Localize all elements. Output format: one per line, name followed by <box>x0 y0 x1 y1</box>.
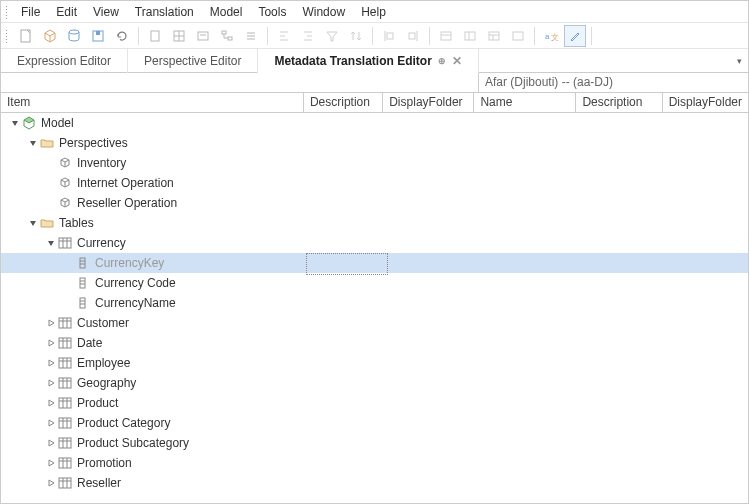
tab-metadata-translation-editor[interactable]: Metadata Translation Editor⊕✕ <box>258 49 478 73</box>
toolbar: a文 <box>1 23 748 49</box>
tree-label: Product <box>77 396 118 410</box>
svg-rect-24 <box>409 33 415 39</box>
table-icon <box>57 355 73 371</box>
menu-help[interactable]: Help <box>353 3 394 21</box>
tree-label: Reseller <box>77 476 121 490</box>
doc-icon[interactable] <box>144 25 166 47</box>
panel1-icon[interactable] <box>435 25 457 47</box>
expander-icon[interactable] <box>45 418 57 428</box>
tree-row[interactable]: Geography <box>1 373 748 393</box>
col-displayfolder-2[interactable]: DisplayFolder <box>662 93 748 112</box>
new-file-icon[interactable] <box>15 25 37 47</box>
menu-window[interactable]: Window <box>294 3 353 21</box>
cube-icon[interactable] <box>39 25 61 47</box>
menu-view[interactable]: View <box>85 3 127 21</box>
menu-edit[interactable]: Edit <box>48 3 85 21</box>
tree-grid[interactable]: ModelPerspectivesInventoryInternet Opera… <box>1 113 748 503</box>
expander-icon[interactable] <box>45 318 57 328</box>
svg-rect-80 <box>59 478 71 488</box>
svg-rect-25 <box>441 32 451 40</box>
tree-row[interactable]: Reseller <box>1 473 748 493</box>
tree-row[interactable]: Reseller Operation <box>1 193 748 213</box>
tab-label: Metadata Translation Editor <box>274 54 431 68</box>
tree-row[interactable]: Customer <box>1 313 748 333</box>
tree-label: Employee <box>77 356 130 370</box>
expander-icon[interactable] <box>45 238 57 248</box>
indent-right-icon[interactable] <box>297 25 319 47</box>
tree-row[interactable]: CurrencyName <box>1 293 748 313</box>
script-icon[interactable] <box>192 25 214 47</box>
tree-row[interactable]: Product Subcategory <box>1 433 748 453</box>
svg-rect-68 <box>59 418 71 428</box>
col-icon <box>75 275 91 291</box>
table-icon <box>57 335 73 351</box>
tree-row[interactable]: Inventory <box>1 153 748 173</box>
expander-icon[interactable] <box>9 118 21 128</box>
svg-rect-76 <box>59 458 71 468</box>
tab-bar: Expression EditorPerspective EditorMetad… <box>1 49 748 73</box>
panel3-icon[interactable] <box>483 25 505 47</box>
menu-tools[interactable]: Tools <box>250 3 294 21</box>
svg-rect-32 <box>513 32 523 40</box>
col-description[interactable]: Description <box>303 93 382 112</box>
col-description-2[interactable]: Description <box>575 93 661 112</box>
expander-icon[interactable] <box>45 478 57 488</box>
tab-overflow-icon[interactable]: ▾ <box>737 56 742 66</box>
list-icon[interactable] <box>240 25 262 47</box>
tab-expression-editor[interactable]: Expression Editor <box>1 49 128 73</box>
table-icon <box>57 475 73 491</box>
expander-icon[interactable] <box>45 438 57 448</box>
tab-perspective-editor[interactable]: Perspective Editor <box>128 49 258 73</box>
expander-icon[interactable] <box>27 138 39 148</box>
grid-icon[interactable] <box>168 25 190 47</box>
svg-rect-11 <box>228 37 232 40</box>
expander-icon[interactable] <box>45 398 57 408</box>
tree-row[interactable]: Product <box>1 393 748 413</box>
menu-translation[interactable]: Translation <box>127 3 202 21</box>
tree-row[interactable]: Model <box>1 113 748 133</box>
tree-row[interactable]: Perspectives <box>1 133 748 153</box>
tree-row[interactable]: Tables <box>1 213 748 233</box>
col-name[interactable]: Name <box>473 93 575 112</box>
tree-row[interactable]: Currency Code <box>1 273 748 293</box>
refresh-icon[interactable] <box>111 25 133 47</box>
svg-point-1 <box>69 30 79 34</box>
tree-icon[interactable] <box>216 25 238 47</box>
tree-row[interactable]: CurrencyKey <box>1 253 748 273</box>
menu-file[interactable]: File <box>13 3 48 21</box>
persp-icon <box>57 175 73 191</box>
filter-icon[interactable] <box>321 25 343 47</box>
expander-icon[interactable] <box>27 218 39 228</box>
expander-icon[interactable] <box>45 358 57 368</box>
translate-icon[interactable]: a文 <box>540 25 562 47</box>
tree-row[interactable]: Promotion <box>1 453 748 473</box>
pin-icon[interactable]: ⊕ <box>438 56 446 66</box>
col-displayfolder[interactable]: DisplayFolder <box>382 93 473 112</box>
expander-icon[interactable] <box>45 458 57 468</box>
grip-icon <box>5 29 9 43</box>
align-left-icon[interactable] <box>378 25 400 47</box>
close-icon[interactable]: ✕ <box>452 54 462 68</box>
indent-left-icon[interactable] <box>273 25 295 47</box>
edit-mode-icon[interactable] <box>564 25 586 47</box>
tree-row[interactable]: Internet Operation <box>1 173 748 193</box>
menu-model[interactable]: Model <box>202 3 251 21</box>
expander-icon[interactable] <box>45 338 57 348</box>
database-icon[interactable] <box>63 25 85 47</box>
tree-row[interactable]: Currency <box>1 233 748 253</box>
svg-rect-64 <box>59 398 71 408</box>
align-right-icon[interactable] <box>402 25 424 47</box>
tree-row[interactable]: Product Category <box>1 413 748 433</box>
expander-icon[interactable] <box>45 378 57 388</box>
col-icon <box>75 295 91 311</box>
panel4-icon[interactable] <box>507 25 529 47</box>
panel2-icon[interactable] <box>459 25 481 47</box>
svg-rect-60 <box>59 378 71 388</box>
tree-label: Geography <box>77 376 136 390</box>
tree-row[interactable]: Employee <box>1 353 748 373</box>
tree-row[interactable]: Date <box>1 333 748 353</box>
save-icon[interactable] <box>87 25 109 47</box>
sort-icon[interactable] <box>345 25 367 47</box>
col-item[interactable]: Item <box>1 93 303 112</box>
grid-column-header: Item Description DisplayFolder Name Desc… <box>1 93 748 113</box>
